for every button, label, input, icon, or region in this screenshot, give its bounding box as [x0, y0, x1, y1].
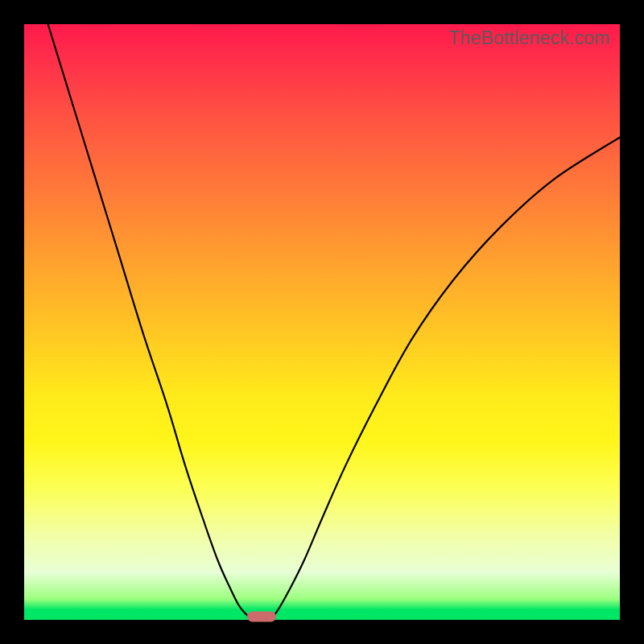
optimum-marker	[247, 611, 276, 621]
plot-area: TheBottleneck.com	[24, 24, 620, 620]
chart-frame: TheBottleneck.com	[0, 0, 644, 644]
right-curve	[270, 138, 620, 620]
left-curve	[48, 24, 254, 620]
curves-svg	[24, 24, 620, 620]
